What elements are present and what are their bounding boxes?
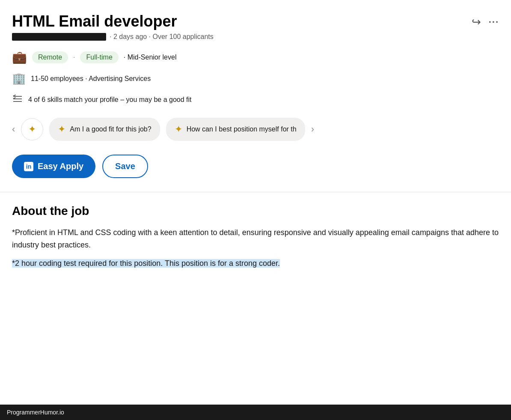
job-type-row: 💼 Remote · Full-time · Mid-Senior level (12, 50, 499, 64)
dot-1: · (73, 54, 75, 61)
footer-bar: ProgrammerHumor.io (0, 405, 511, 420)
company-size-text: 11-50 employees · Advertising Services (31, 75, 151, 83)
highlighted-coding-test: *2 hour coding test required for this po… (12, 259, 280, 268)
about-title: About the job (12, 204, 499, 218)
remote-badge: Remote (32, 51, 68, 63)
skills-row: 4 of 6 skills match your profile – you m… (12, 93, 499, 107)
next-arrow-icon[interactable]: › (311, 124, 314, 135)
level-text: · Mid-Senior level (124, 54, 177, 61)
ai-circle-button[interactable]: ✦ (21, 118, 43, 140)
skills-match-text: 4 of 6 skills match your profile – you m… (28, 96, 192, 104)
linkedin-icon: in (24, 162, 33, 171)
about-paragraph-1: *Proficient in HTML and CSS coding with … (12, 226, 499, 251)
fulltime-badge: Full-time (80, 51, 118, 63)
sparkle-icon-3: ✦ (175, 124, 182, 135)
more-options-icon[interactable]: ··· (489, 17, 499, 28)
job-title: HTML Email developer (12, 12, 177, 30)
ai-chip-2[interactable]: ✦ How can I best position myself for th (166, 118, 305, 141)
skills-check-icon (12, 93, 23, 107)
about-body: *Proficient in HTML and CSS coding with … (12, 226, 499, 269)
sparkle-icon-2: ✦ (58, 124, 65, 135)
actions-row: in Easy Apply Save (12, 155, 499, 178)
company-name-redacted (12, 33, 106, 41)
briefcase-icon: 💼 (12, 50, 27, 64)
ai-chip-1[interactable]: ✦ Am I a good fit for this job? (49, 118, 160, 141)
footer-brand: ProgrammerHumor.io (7, 409, 64, 416)
company-row: · 2 days ago · Over 100 applicants (12, 33, 499, 41)
prev-arrow-icon[interactable]: ‹ (12, 124, 15, 135)
share-icon[interactable]: ↪ (472, 15, 481, 29)
posting-meta: · 2 days ago · Over 100 applicants (110, 33, 214, 41)
save-button[interactable]: Save (102, 155, 148, 178)
about-paragraph-2: *2 hour coding test required for this po… (12, 257, 499, 270)
about-section: About the job *Proficient in HTML and CS… (0, 204, 511, 269)
company-size-row: 🏢 11-50 employees · Advertising Services (12, 72, 499, 85)
section-divider (0, 192, 511, 192)
ai-suggestions-row: ‹ ✦ ✦ Am I a good fit for this job? ✦ Ho… (12, 118, 499, 141)
building-icon: 🏢 (12, 72, 26, 85)
sparkle-icon: ✦ (28, 124, 36, 135)
easy-apply-button[interactable]: in Easy Apply (12, 155, 95, 178)
